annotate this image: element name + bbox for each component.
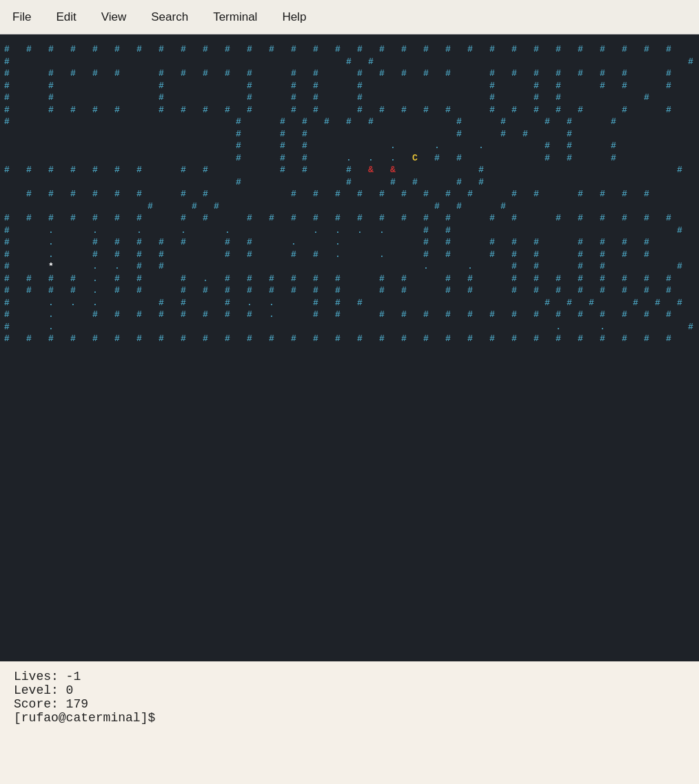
menu-edit[interactable]: Edit <box>50 8 81 27</box>
score-display: Score: 179 <box>14 697 685 711</box>
menu-help[interactable]: Help <box>276 8 312 27</box>
menubar: File Edit View Search Terminal Help <box>0 0 699 34</box>
menu-view[interactable]: View <box>96 8 132 27</box>
level-display: Level: 0 <box>14 683 685 697</box>
menu-search[interactable]: Search <box>145 8 194 27</box>
status-bar: Lives: -1 Level: 0 Score: 179 [rufao@cat… <box>0 661 699 784</box>
prompt-display: [rufao@caterminal]$ <box>14 711 685 725</box>
menu-file[interactable]: File <box>7 8 37 27</box>
lives-display: Lives: -1 <box>14 670 685 683</box>
menu-terminal[interactable]: Terminal <box>207 8 263 27</box>
terminal-display <box>0 34 699 661</box>
